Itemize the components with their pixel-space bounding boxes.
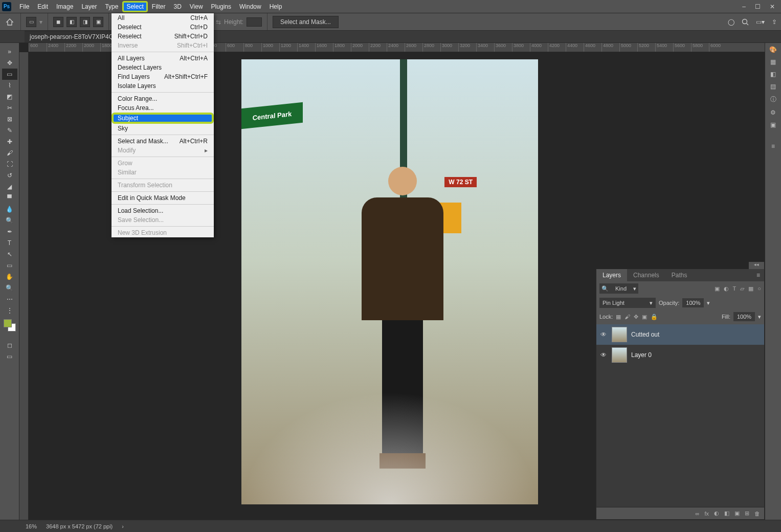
layer-row[interactable]: 👁Cutted out: [596, 324, 764, 345]
menu-layer[interactable]: Layer: [77, 1, 101, 12]
height-input[interactable]: [247, 17, 262, 27]
filter-smart-icon[interactable]: ▦: [748, 285, 753, 292]
menu-item-sky[interactable]: Sky: [111, 124, 214, 133]
menu-item-all[interactable]: AllCtrl+A: [111, 13, 214, 23]
tab-layers[interactable]: Layers: [596, 269, 627, 281]
status-chevron-icon[interactable]: ›: [122, 523, 124, 529]
pen-tool[interactable]: ✒: [2, 226, 17, 237]
layer-filter-kind[interactable]: 🔍Kind▾: [599, 283, 638, 294]
history-brush-tool[interactable]: ↺: [2, 170, 17, 181]
layers-footer-icon-5[interactable]: ⊞: [745, 510, 749, 517]
share-icon[interactable]: ⇪: [772, 18, 777, 26]
tab-paths[interactable]: Paths: [665, 269, 694, 281]
rectangle-tool[interactable]: ▭: [2, 260, 17, 271]
selection-subtract-icon[interactable]: ◨: [80, 17, 90, 27]
selection-new-icon[interactable]: ◼: [53, 17, 63, 27]
adjustments-panel-icon[interactable]: ⚙: [770, 109, 776, 116]
menu-item-focus-area[interactable]: Focus Area...: [111, 103, 214, 113]
workspace-switcher-icon[interactable]: ▭▾: [756, 18, 765, 26]
screen-mode-icon[interactable]: ▭: [2, 351, 17, 362]
layer-thumbnail[interactable]: [612, 347, 627, 363]
history-panel-icon[interactable]: ≡: [771, 143, 775, 150]
path-select-tool[interactable]: ↖: [2, 249, 17, 260]
lock-pixels-icon[interactable]: 🖌: [624, 314, 630, 320]
menu-item-deselect[interactable]: DeselectCtrl+D: [111, 23, 214, 32]
menu-item-isolate-layers[interactable]: Isolate Layers: [111, 81, 214, 91]
menu-select[interactable]: Select: [122, 1, 147, 12]
menu-item-find-layers[interactable]: Find LayersAlt+Shift+Ctrl+F: [111, 72, 214, 81]
gradients-panel-icon[interactable]: ◧: [770, 71, 776, 78]
filter-shape-icon[interactable]: ▱: [740, 285, 744, 292]
filter-pixel-icon[interactable]: ▣: [715, 285, 720, 292]
filter-adjust-icon[interactable]: ◐: [724, 285, 729, 292]
blur-tool[interactable]: 💧: [2, 204, 17, 215]
menu-item-color-range[interactable]: Color Range...: [111, 94, 214, 103]
menu-item-load-selection[interactable]: Load Selection...: [111, 206, 214, 215]
properties-panel-icon[interactable]: ⓘ: [770, 95, 776, 104]
eyedropper-tool[interactable]: ✎: [2, 125, 17, 136]
selection-intersect-icon[interactable]: ▣: [93, 17, 103, 27]
menu-help[interactable]: Help: [265, 1, 286, 12]
crop-tool[interactable]: ✂: [2, 102, 17, 114]
menu-edit[interactable]: Edit: [33, 1, 52, 12]
selection-add-icon[interactable]: ◧: [66, 17, 77, 27]
menu-image[interactable]: Image: [52, 1, 77, 12]
frame-tool[interactable]: ⊠: [2, 114, 17, 125]
move-tool[interactable]: ✥: [2, 57, 17, 69]
swatches-panel-icon[interactable]: ▦: [770, 58, 776, 65]
layer-name[interactable]: Layer 0: [631, 351, 652, 359]
lock-all-icon[interactable]: 🔒: [651, 314, 658, 320]
blend-mode-select[interactable]: Pin Light▾: [599, 298, 656, 308]
panel-menu-icon[interactable]: ≡: [752, 269, 764, 281]
filter-toggle-icon[interactable]: ○: [757, 285, 761, 292]
edit-toolbar-icon[interactable]: ⋮: [2, 305, 17, 316]
lock-artboard-icon[interactable]: ▣: [642, 314, 647, 320]
hand-tool[interactable]: ✋: [2, 271, 17, 282]
opacity-input[interactable]: 100%: [682, 298, 704, 307]
patterns-panel-icon[interactable]: ▤: [770, 83, 776, 90]
menu-item-deselect-layers[interactable]: Deselect Layers: [111, 63, 214, 72]
layers-footer-icon-2[interactable]: ◐: [714, 510, 719, 517]
zoom-level[interactable]: 16%: [26, 523, 37, 529]
layers-footer-icon-3[interactable]: ◧: [724, 510, 729, 517]
menu-item-reselect[interactable]: ReselectShift+Ctrl+D: [111, 32, 214, 41]
layer-name[interactable]: Cutted out: [631, 331, 659, 338]
menu-3d[interactable]: 3D: [169, 1, 185, 12]
libraries-panel-icon[interactable]: ▣: [770, 121, 776, 128]
menu-view[interactable]: View: [186, 1, 207, 12]
canvas-image[interactable]: Central Park W 72 ST: [241, 59, 538, 504]
document-dimensions[interactable]: 3648 px x 5472 px (72 ppi): [46, 523, 113, 529]
filter-type-icon[interactable]: T: [733, 285, 737, 292]
search-icon[interactable]: [742, 18, 749, 26]
swap-wh-icon[interactable]: ⇆: [216, 18, 221, 26]
cloud-docs-icon[interactable]: ◯: [728, 18, 734, 26]
object-select-tool[interactable]: ◩: [2, 91, 17, 102]
panel-collapse-icon[interactable]: ◂◂: [749, 262, 764, 269]
close-button[interactable]: ✕: [770, 3, 775, 10]
brush-tool[interactable]: 🖌: [2, 147, 17, 159]
menu-window[interactable]: Window: [235, 1, 265, 12]
eraser-tool[interactable]: ◢: [2, 181, 17, 192]
layer-row[interactable]: 👁Layer 0: [596, 345, 764, 365]
menu-file[interactable]: File: [15, 1, 33, 12]
layers-footer-icon-1[interactable]: fx: [704, 511, 709, 517]
home-icon[interactable]: [4, 16, 15, 28]
lasso-tool[interactable]: ⌇: [2, 80, 17, 91]
menu-filter[interactable]: Filter: [148, 1, 170, 12]
visibility-icon[interactable]: 👁: [599, 331, 608, 338]
color-swatches[interactable]: [4, 319, 16, 331]
color-panel-icon[interactable]: 🎨: [769, 46, 777, 53]
lock-position-icon[interactable]: ✥: [634, 314, 638, 320]
gradient-tool[interactable]: ▀: [2, 192, 17, 204]
more-tools[interactable]: ⋯: [2, 294, 17, 305]
quick-mask-icon[interactable]: ◻: [2, 340, 17, 351]
zoom-tool[interactable]: 🔍: [2, 282, 17, 294]
minimize-button[interactable]: –: [742, 3, 746, 10]
chevron-expand-icon[interactable]: »: [2, 46, 17, 57]
menu-plugins[interactable]: Plugins: [207, 1, 235, 12]
layers-footer-icon-4[interactable]: ▣: [734, 510, 740, 517]
type-tool[interactable]: T: [2, 237, 17, 249]
clone-stamp-tool[interactable]: ⛶: [2, 159, 17, 170]
layers-footer-icon-6[interactable]: 🗑: [754, 511, 760, 517]
tab-channels[interactable]: Channels: [627, 269, 665, 281]
